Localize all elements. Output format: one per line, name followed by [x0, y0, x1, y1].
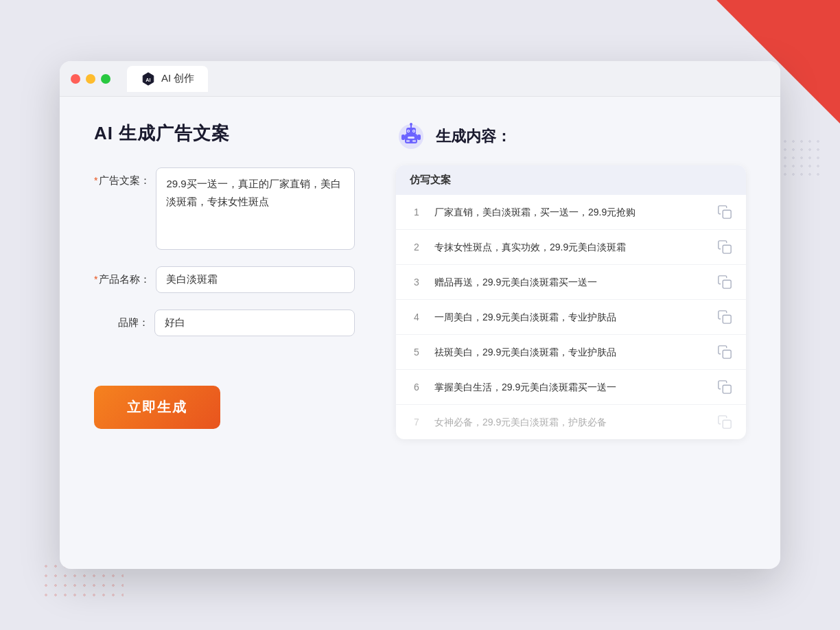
- left-panel: AI 生成广告文案 *广告文案： 29.9买一送一，真正的厂家直销，美白淡斑霜，…: [94, 121, 355, 544]
- result-row: 6掌握美白生活，29.9元美白淡斑霜买一送一: [396, 370, 746, 405]
- results-table-header-text: 仿写文案: [410, 174, 451, 185]
- results-title: 生成内容：: [436, 126, 511, 147]
- results-table: 仿写文案 1厂家直销，美白淡斑霜，买一送一，29.9元抢购 2专抹女性斑点，真实…: [396, 165, 746, 439]
- result-number: 7: [410, 417, 423, 428]
- minimize-button[interactable]: [86, 74, 95, 84]
- copy-icon[interactable]: [717, 380, 732, 395]
- page-title: AI 生成广告文案: [94, 121, 355, 145]
- svg-rect-12: [412, 140, 416, 142]
- result-number: 1: [410, 207, 423, 218]
- results-table-header: 仿写文案: [396, 165, 746, 195]
- result-number: 5: [410, 347, 423, 358]
- result-row: 2专抹女性斑点，真实功效，29.9元美白淡斑霜: [396, 230, 746, 265]
- result-row: 1厂家直销，美白淡斑霜，买一送一，29.9元抢购: [396, 195, 746, 230]
- svg-rect-18: [723, 315, 731, 323]
- results-header: 生成内容：: [396, 121, 746, 152]
- result-text: 女神必备，29.9元美白淡斑霜，护肤必备: [434, 415, 706, 430]
- result-text: 掌握美白生活，29.9元美白淡斑霜买一送一: [434, 380, 706, 395]
- result-text: 赠品再送，29.9元美白淡斑霜买一送一: [434, 275, 706, 290]
- right-panel: 生成内容： 仿写文案 1厂家直销，美白淡斑霜，买一送一，29.9元抢购 2专抹女…: [396, 121, 746, 544]
- ad-copy-label: *广告文案：: [94, 167, 150, 187]
- copy-icon[interactable]: [717, 415, 732, 430]
- result-row: 4一周美白，29.9元美白淡斑霜，专业护肤品: [396, 300, 746, 335]
- generate-button[interactable]: 立即生成: [94, 386, 220, 429]
- svg-rect-21: [723, 420, 731, 428]
- product-name-group: *产品名称： 美白淡斑霜: [94, 266, 355, 293]
- copy-icon[interactable]: [717, 275, 732, 290]
- result-number: 4: [410, 312, 423, 323]
- ad-copy-required: *: [94, 175, 97, 186]
- result-number: 6: [410, 382, 423, 393]
- result-text: 祛斑美白，29.9元美白淡斑霜，专业护肤品: [434, 345, 706, 360]
- tab-label: AI 创作: [161, 72, 194, 85]
- svg-rect-13: [401, 135, 405, 140]
- result-text: 一周美白，29.9元美白淡斑霜，专业护肤品: [434, 310, 706, 325]
- ad-copy-input[interactable]: 29.9买一送一，真正的厂家直销，美白淡斑霜，专抹女性斑点: [156, 167, 355, 250]
- svg-text:AI: AI: [145, 76, 150, 82]
- svg-rect-16: [723, 245, 731, 253]
- svg-rect-11: [406, 140, 410, 142]
- result-row: 3赠品再送，29.9元美白淡斑霜买一送一: [396, 265, 746, 300]
- result-row: 5祛斑美白，29.9元美白淡斑霜，专业护肤品: [396, 335, 746, 370]
- result-row: 7女神必备，29.9元美白淡斑霜，护肤必备: [396, 405, 746, 439]
- result-number: 3: [410, 277, 423, 288]
- ai-tab[interactable]: AI AI 创作: [127, 66, 208, 92]
- traffic-lights: [71, 74, 110, 84]
- brand-group: 品牌： 好白: [94, 310, 355, 336]
- svg-rect-14: [417, 135, 421, 140]
- svg-rect-17: [723, 280, 731, 288]
- product-name-input[interactable]: 美白淡斑霜: [156, 266, 355, 293]
- result-text: 厂家直销，美白淡斑霜，买一送一，29.9元抢购: [434, 205, 706, 220]
- copy-icon[interactable]: [717, 345, 732, 360]
- result-text: 专抹女性斑点，真实功效，29.9元美白淡斑霜: [434, 240, 706, 255]
- copy-icon[interactable]: [717, 240, 732, 255]
- svg-point-8: [408, 130, 409, 132]
- results-list: 1厂家直销，美白淡斑霜，买一送一，29.9元抢购 2专抹女性斑点，真实功效，29…: [396, 195, 746, 439]
- browser-window: AI AI 创作 AI 生成广告文案 *广告文案： 29.9买一送一，真正的厂家…: [60, 61, 780, 569]
- svg-rect-10: [408, 137, 415, 139]
- svg-rect-15: [723, 210, 731, 218]
- copy-icon[interactable]: [717, 310, 732, 325]
- svg-rect-20: [723, 385, 731, 393]
- robot-icon: [396, 121, 426, 152]
- svg-rect-19: [723, 350, 731, 358]
- ai-tab-icon: AI: [141, 71, 156, 86]
- product-name-required: *: [94, 274, 97, 285]
- svg-point-9: [413, 130, 415, 132]
- close-button[interactable]: [71, 74, 80, 84]
- maximize-button[interactable]: [101, 74, 110, 84]
- brand-input[interactable]: 好白: [154, 310, 355, 336]
- ad-copy-group: *广告文案： 29.9买一送一，真正的厂家直销，美白淡斑霜，专抹女性斑点: [94, 167, 355, 250]
- result-number: 2: [410, 242, 423, 253]
- brand-label: 品牌：: [94, 310, 149, 329]
- copy-icon[interactable]: [717, 205, 732, 220]
- title-bar: AI AI 创作: [60, 61, 780, 97]
- svg-point-5: [410, 123, 412, 126]
- product-name-label: *产品名称：: [94, 266, 150, 286]
- content-area: AI 生成广告文案 *广告文案： 29.9买一送一，真正的厂家直销，美白淡斑霜，…: [60, 97, 780, 569]
